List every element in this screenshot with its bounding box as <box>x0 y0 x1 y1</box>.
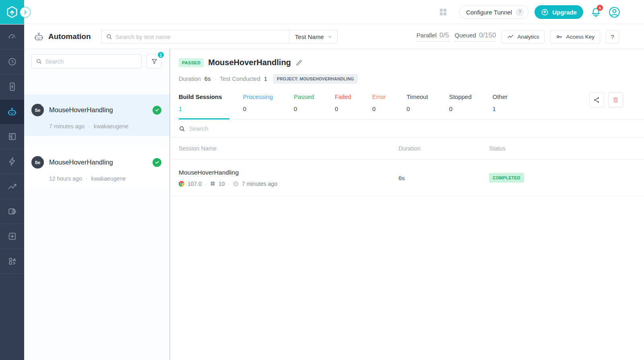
test-passed-icon <box>153 158 161 167</box>
tab-label: Processing <box>243 93 273 100</box>
test-list-item[interactable]: Se ✓ MouseHoverHandling 7 minutes ago · … <box>24 95 169 136</box>
upgrade-arrow-icon <box>541 8 549 16</box>
duration-value: 6s <box>204 76 211 82</box>
os-version: 10 <box>219 181 225 187</box>
framework-label: Se <box>35 160 40 165</box>
tab-label: Stopped <box>449 93 472 100</box>
analytics-button[interactable]: Analytics <box>502 30 545 43</box>
line-chart-icon <box>507 33 514 40</box>
notification-count-badge: 5 <box>597 5 603 11</box>
session-search-box <box>170 119 644 138</box>
test-search-box: Test Name <box>101 30 338 43</box>
tab-count: 0 <box>449 105 472 112</box>
notifications-button[interactable]: 5 <box>589 6 602 19</box>
queued-quota: Queued 0/150 <box>455 31 496 42</box>
tab-stopped[interactable]: Stopped 0 <box>449 92 479 119</box>
mobile-bolt-icon <box>7 82 17 92</box>
sidebar-item-hyperexecute[interactable] <box>0 149 24 174</box>
test-time: 12 hours ago <box>49 175 82 182</box>
queued-label: Queued <box>455 32 476 39</box>
apps-grid-icon[interactable] <box>439 8 448 16</box>
sidebar-expand-button[interactable] <box>20 7 31 18</box>
build-detail-panel: PASSED MouseHoverHandling Duration 6s · … <box>170 49 644 360</box>
test-time: 7 minutes ago <box>49 123 85 130</box>
tunnel-help-icon[interactable]: ? <box>516 8 524 16</box>
navigation-rail <box>0 25 24 360</box>
separator: · <box>228 181 230 187</box>
tests-conducted-label: Test Conducted <box>220 76 260 82</box>
tab-label: Failed <box>335 93 351 100</box>
session-name[interactable]: MouseHoverHandling <box>179 169 398 176</box>
separator: · <box>86 175 88 182</box>
edit-build-name-button[interactable] <box>295 59 303 66</box>
parallel-value: 0/5 <box>440 31 449 39</box>
robot-icon <box>7 107 17 117</box>
module-header: Automation Test Name Parallel 0/5 Queued… <box>24 25 644 49</box>
sidebar-item-new[interactable] <box>0 224 24 249</box>
tab-failed[interactable]: Failed 0 <box>335 92 359 119</box>
shapes-icon <box>7 256 17 266</box>
tab-label: Other <box>493 93 508 100</box>
sessions-table-header: Session Name Duration Status <box>170 138 644 160</box>
test-title: MouseHoverHandling <box>49 158 113 166</box>
sidebar-item-app-testing[interactable] <box>0 74 24 99</box>
build-status-badge: PASSED <box>179 58 204 67</box>
test-list-item[interactable]: Se ✓ MouseHoverHandling 12 hours ago · k… <box>24 147 169 188</box>
configure-tunnel-button[interactable]: Configure Tunnel ? <box>459 5 528 19</box>
test-search-input[interactable] <box>112 33 289 40</box>
tab-label: Passed <box>294 93 314 100</box>
tab-timeout[interactable]: Timeout 0 <box>407 92 436 119</box>
tab-count: 1 <box>493 105 508 112</box>
tab-error[interactable]: Error 0 <box>372 92 393 119</box>
sidebar-item-app-automation[interactable] <box>0 124 24 149</box>
delete-build-button[interactable] <box>608 93 623 107</box>
share-icon <box>593 97 600 103</box>
list-search-box <box>31 54 142 68</box>
user-avatar-icon <box>608 6 621 19</box>
status-tabs: Build Sessions 1 Processing 0 Passed 0 F… <box>179 92 644 119</box>
selenium-framework-icon: Se ✓ <box>31 104 44 116</box>
session-row[interactable]: MouseHoverHandling 107.0 · 10 · 7 minute… <box>170 160 644 196</box>
tab-passed[interactable]: Passed 0 <box>294 92 321 119</box>
test-user: kwakaeugene <box>94 123 128 130</box>
browser-panels-icon <box>7 132 17 142</box>
sidebar-item-smart-ui[interactable] <box>0 199 24 224</box>
sidebar-item-automation[interactable] <box>0 99 24 124</box>
tab-build-sessions[interactable]: Build Sessions 1 <box>179 92 229 119</box>
upgrade-label: Upgrade <box>552 9 577 16</box>
test-user: kwakaeugene <box>91 175 126 182</box>
tab-processing[interactable]: Processing 0 <box>243 92 280 119</box>
session-search-input[interactable] <box>189 125 431 132</box>
pencil-icon <box>295 59 303 66</box>
chevron-down-icon <box>327 34 332 39</box>
chrome-icon <box>179 181 184 187</box>
sidebar-item-analytics[interactable] <box>0 174 24 199</box>
help-button[interactable]: ? <box>606 30 619 43</box>
top-bar: Configure Tunnel ? Upgrade 5 <box>0 0 644 24</box>
tab-count: 0 <box>407 105 428 112</box>
queued-value: 0/150 <box>479 31 496 39</box>
sidebar-item-realtime[interactable] <box>0 49 24 74</box>
tests-conducted-value: 1 <box>264 76 267 82</box>
selenium-framework-icon: Se ✓ <box>31 156 44 169</box>
help-label: ? <box>611 33 614 40</box>
filter-button[interactable]: 1 <box>147 54 162 68</box>
upgrade-button[interactable]: Upgrade <box>535 5 583 19</box>
test-passed-icon <box>153 106 161 115</box>
sidebar-item-dashboard[interactable] <box>0 25 24 49</box>
robot-icon <box>33 31 44 42</box>
column-status: Status <box>489 145 644 152</box>
session-duration: 6s <box>398 175 489 181</box>
plus-square-icon <box>7 231 17 241</box>
filter-count-badge: 1 <box>157 51 165 59</box>
share-build-button[interactable] <box>589 93 604 107</box>
sidebar-item-more-products[interactable] <box>0 249 24 274</box>
analytics-label: Analytics <box>517 34 539 40</box>
tab-other[interactable]: Other 1 <box>493 92 515 119</box>
search-by-dropdown[interactable]: Test Name <box>289 30 337 43</box>
list-search-input[interactable] <box>42 58 141 65</box>
trend-chart-icon <box>7 181 17 191</box>
profile-button[interactable] <box>608 6 621 19</box>
tab-label: Error <box>372 93 386 100</box>
access-key-button[interactable]: Access Key <box>550 30 600 43</box>
